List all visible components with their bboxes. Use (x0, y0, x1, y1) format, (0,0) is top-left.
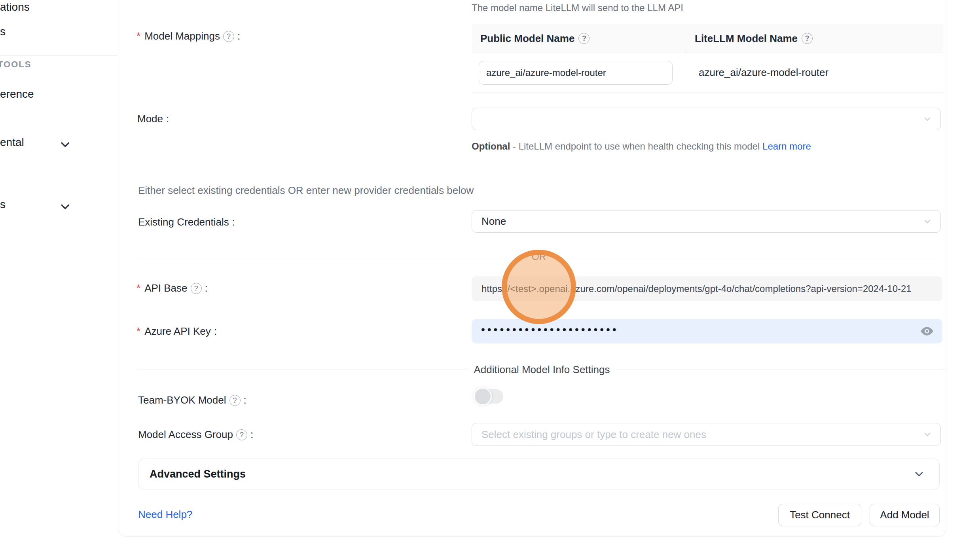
chevron-down-icon (59, 138, 71, 150)
model-access-group-label: Model Access Group ? : (138, 429, 253, 441)
team-byok-label-text: Team-BYOK Model (138, 394, 226, 406)
learn-more-link[interactable]: Learn more (762, 141, 811, 152)
column-header-litellm-model-name: LiteLLM Model Name ? (686, 24, 943, 53)
or-divider: OR (138, 251, 940, 263)
add-model-button[interactable]: Add Model (870, 504, 940, 526)
additional-settings-divider: Additional Model Info Settings (138, 363, 946, 376)
sidebar-divider (0, 55, 118, 56)
sidebar-group-tools: TOOLS (0, 59, 31, 70)
azure-api-key-input[interactable]: •••••••••••••••••••••• (472, 319, 942, 343)
sidebar-item-label: s (0, 198, 6, 210)
sidebar-group-label: TOOLS (0, 59, 31, 69)
existing-credentials-label: Existing Credentials : (138, 216, 235, 228)
column-header-public-model-name: Public Model Name ? (472, 24, 686, 53)
sidebar-item-organizations[interactable]: ations (0, 1, 30, 13)
model-name-hint: The model name LiteLLM will send to the … (472, 2, 683, 13)
eye-icon[interactable] (919, 324, 935, 339)
litellm-model-name-value: azure_ai/azure-model-router (686, 66, 943, 79)
masked-api-key: •••••••••••••••••••••• (481, 324, 619, 335)
mode-help-bold: Optional (472, 141, 510, 152)
or-divider-text: OR (525, 251, 553, 262)
api-base-label: * API Base ? : (136, 282, 208, 294)
sidebar-item-label: s (0, 25, 6, 38)
help-icon[interactable]: ? (191, 283, 202, 294)
label-colon: : (214, 325, 217, 338)
model-access-group-select[interactable]: Select existing groups or type to create… (472, 423, 941, 446)
model-mappings-label-text: Model Mappings (144, 30, 220, 42)
mode-label-text: Mode (137, 113, 163, 125)
azure-api-key-label: * Azure API Key : (136, 325, 217, 338)
sidebar-item-settings[interactable]: s (0, 198, 6, 211)
help-icon[interactable]: ? (578, 33, 590, 44)
team-byok-toggle[interactable] (475, 389, 503, 404)
sidebar-item-models[interactable]: s (0, 25, 6, 38)
label-colon: : (232, 216, 235, 228)
api-base-input[interactable]: https://<test>.openai.azure.com/openai/d… (472, 277, 942, 301)
existing-credentials-value: None (481, 215, 506, 228)
help-icon[interactable]: ? (236, 429, 247, 440)
column-header-label: LiteLLM Model Name (695, 32, 798, 45)
sidebar-item-experimental[interactable]: ental (0, 136, 24, 149)
advanced-settings-title: Advanced Settings (150, 468, 246, 480)
api-base-value: https://<test>.openai.azure.com/openai/d… (481, 283, 912, 294)
model-mappings-label: * Model Mappings ? : (136, 30, 240, 42)
team-byok-label: Team-BYOK Model ? : (138, 394, 246, 406)
label-colon: : (244, 394, 246, 406)
existing-credentials-select[interactable]: None (472, 210, 941, 233)
sidebar-item-label: erence (0, 88, 34, 100)
chevron-down-icon (922, 216, 933, 227)
required-asterisk: * (136, 30, 140, 42)
credentials-note: Either select existing credentials OR en… (138, 184, 474, 197)
public-model-name-cell (472, 61, 686, 85)
existing-credentials-label-text: Existing Credentials (138, 216, 229, 228)
help-icon[interactable]: ? (229, 395, 241, 406)
advanced-settings-panel[interactable]: Advanced Settings (138, 459, 940, 489)
column-header-label: Public Model Name (480, 32, 574, 45)
label-colon: : (166, 113, 169, 125)
chevron-down-icon (922, 114, 933, 124)
azure-api-key-label-text: Azure API Key (144, 325, 211, 338)
add-model-page: ations s TOOLS erence ental s The model … (0, 0, 980, 548)
table-row: azure_ai/azure-model-router (472, 53, 943, 92)
mode-select[interactable] (472, 108, 941, 130)
table-header-row: Public Model Name ? LiteLLM Model Name ? (472, 24, 943, 53)
toggle-knob (474, 387, 492, 406)
label-colon: : (237, 30, 240, 42)
api-base-label-text: API Base (144, 282, 187, 294)
required-asterisk: * (136, 325, 140, 338)
sidebar-item-label: ental (0, 136, 24, 148)
additional-settings-divider-text: Additional Model Info Settings (467, 364, 617, 376)
required-asterisk: * (136, 282, 140, 294)
label-colon: : (205, 282, 208, 294)
mode-label: Mode : (137, 113, 169, 125)
model-access-group-placeholder: Select existing groups or type to create… (481, 429, 706, 441)
need-help-link[interactable]: Need Help? (138, 508, 192, 521)
sidebar-item-label: ations (0, 1, 30, 13)
public-model-name-input[interactable] (479, 61, 673, 85)
help-icon[interactable]: ? (223, 31, 234, 42)
model-access-group-label-text: Model Access Group (138, 429, 233, 441)
mode-help-body: - LiteLLM endpoint to use when health ch… (510, 141, 762, 152)
chevron-down-icon (922, 429, 933, 440)
test-connect-button[interactable]: Test Connect (778, 504, 861, 526)
mode-help-text: Optional - LiteLLM endpoint to use when … (472, 138, 816, 154)
model-mappings-table: Public Model Name ? LiteLLM Model Name ?… (472, 24, 943, 93)
help-icon[interactable]: ? (802, 33, 813, 44)
sidebar-item-api-reference[interactable]: erence (0, 88, 34, 100)
chevron-down-icon (913, 468, 925, 480)
chevron-down-icon (59, 201, 71, 212)
label-colon: : (250, 429, 253, 441)
